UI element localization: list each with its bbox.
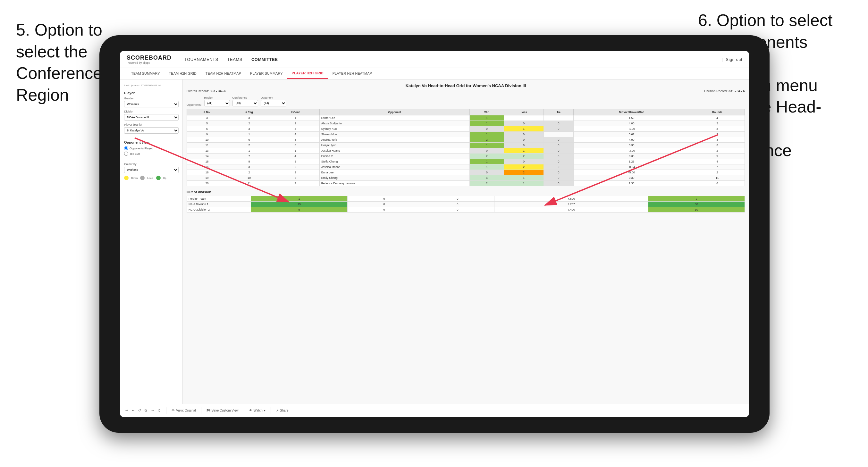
app-header: SCOREBOARD Powered by clippd TOURNAMENTS…: [120, 51, 749, 68]
table-row: 5 2 2 Alexis Sudjianto 1 0 0 4.00 3: [187, 121, 745, 126]
player-rank-field: Player (Rank) 8. Katelyn Vo: [124, 123, 179, 134]
opponents-filter-group: Opponents:: [187, 103, 202, 106]
sub-nav-player-h2h-heatmap[interactable]: PLAYER H2H HEATMAP: [328, 68, 376, 79]
th-rounds: Rounds: [690, 109, 745, 115]
watch-btn[interactable]: 👁 Watch ▾: [249, 409, 266, 412]
sub-nav: TEAM SUMMARY TEAM H2H GRID TEAM H2H HEAT…: [120, 68, 749, 80]
separator-icon: |: [721, 57, 722, 62]
undo-icon[interactable]: ↩: [125, 409, 128, 412]
player-section-title: Player: [124, 91, 179, 95]
gender-label: Gender: [124, 97, 179, 100]
player-rank-label: Player (Rank): [124, 123, 179, 126]
h2h-table: # Div # Reg # Conf Opponent Win Loss Tie…: [187, 109, 745, 186]
opponent-filter-select[interactable]: (All): [261, 100, 286, 106]
tablet-screen: SCOREBOARD Powered by clippd TOURNAMENTS…: [120, 51, 749, 417]
header-right: | Sign out: [721, 57, 742, 62]
toolbar-div-1: [166, 407, 166, 414]
last-updated: Last Updated: 27/03/2024 04:44: [124, 84, 179, 87]
colour-up-label: Up: [163, 177, 166, 180]
watch-icon: 👁: [249, 409, 252, 412]
sub-nav-team-h2h-heatmap[interactable]: TEAM H2H HEATMAP: [201, 68, 246, 79]
main-content: Last Updated: 27/03/2024 04:44 Player Ge…: [120, 80, 749, 404]
th-conf: # Conf: [271, 109, 320, 115]
table-row: 18 2 2 Euna Lee 0 2 0 -5.00 2: [187, 170, 745, 175]
clock-icon[interactable]: ⏱: [158, 409, 161, 412]
colour-by-field: Colour by Win/loss: [124, 162, 179, 173]
overall-record: Overall Record: 353 - 34 - 6: [187, 89, 226, 93]
copy-icon[interactable]: ⧉: [145, 409, 147, 412]
grid-records: Overall Record: 353 - 34 - 6 Division Re…: [187, 89, 745, 93]
colour-up-circle: [156, 176, 161, 180]
sub-nav-team-h2h-grid[interactable]: TEAM H2H GRID: [164, 68, 201, 79]
opponent-view-field: Opponent view Opponents Played Top 100: [124, 141, 179, 156]
sub-nav-team-summary[interactable]: TEAM SUMMARY: [127, 68, 164, 79]
toolbar-div-2: [201, 407, 202, 414]
opponent-view-label: Opponent view: [124, 141, 179, 144]
ood-table-row: Foreign Team 1 0 0 4.500 2: [187, 196, 745, 201]
region-filter-group: Region (All): [204, 96, 230, 106]
colour-level-label: Level: [147, 177, 153, 180]
share-icon: ↗: [276, 409, 279, 412]
nav-tournaments[interactable]: TOURNAMENTS: [184, 57, 218, 62]
save-custom-btn[interactable]: 💾 Save Custom View: [207, 409, 239, 412]
table-row: 13 1 1 Jessica Huang 0 1 0 -3.00 2: [187, 148, 745, 154]
colour-legend: Down Level Up: [124, 176, 179, 180]
table-row: 19 10 6 Emily Chang 4 1 0 0.30 11: [187, 175, 745, 181]
conference-filter-label: Conference: [232, 96, 258, 99]
logo-sub: Powered by clippd: [127, 61, 172, 64]
more-icon[interactable]: ⋯: [151, 409, 154, 412]
toolbar-div-4: [271, 407, 271, 414]
logo-area: SCOREBOARD Powered by clippd: [127, 55, 172, 64]
conference-filter-select[interactable]: (All): [232, 100, 258, 106]
th-loss: Loss: [504, 109, 544, 115]
sign-out-button[interactable]: Sign out: [725, 57, 742, 62]
player-rank-select[interactable]: 8. Katelyn Vo: [124, 127, 179, 134]
table-row: 15 8 5 Stella Cheng 1 0 0 1.25 4: [187, 159, 745, 164]
out-of-division-header: Out of division: [187, 190, 745, 194]
conference-filter-group: Conference (All): [232, 96, 258, 106]
th-opponent: Opponent: [319, 109, 470, 115]
ood-table-row: NCAA Division 2 5 0 0 7.400 10: [187, 207, 745, 213]
divider-1: [124, 137, 179, 137]
th-tie: Tie: [544, 109, 573, 115]
nav-committee[interactable]: COMMITTEE: [251, 57, 278, 62]
nav-teams[interactable]: TEAMS: [227, 57, 242, 62]
colour-by-select[interactable]: Win/loss: [124, 167, 179, 173]
gender-select[interactable]: Women's: [124, 101, 179, 107]
redo-icon[interactable]: ↩: [132, 409, 134, 412]
out-of-division-table: Foreign Team 1 0 0 4.500 2 NAIA Division…: [187, 196, 745, 213]
table-row: 20 11 7 Federica Domecq Lacroze 2 1 0 1.…: [187, 181, 745, 186]
table-row: 6 3 3 Sydney Kuo 0 1 0 -1.00 3: [187, 126, 745, 132]
division-select[interactable]: NCAA Division III: [124, 114, 179, 121]
opponents-played-option[interactable]: Opponents Played: [124, 146, 179, 150]
division-field: Division NCAA Division III: [124, 110, 179, 121]
tablet: SCOREBOARD Powered by clippd TOURNAMENTS…: [99, 35, 770, 433]
colour-down-circle: [124, 176, 129, 180]
opponents-filter-label: Opponents:: [187, 103, 202, 106]
th-reg: # Reg: [227, 109, 271, 115]
top100-option[interactable]: Top 100: [124, 152, 179, 156]
sub-nav-player-h2h-grid[interactable]: PLAYER H2H GRID: [287, 68, 328, 79]
th-diff: Diff Av Strokes/Rnd: [573, 109, 690, 115]
eye-icon: 👁: [172, 409, 175, 412]
grid-title: Katelyn Vo Head-to-Head Grid for Women's…: [187, 83, 745, 88]
grid-area: Katelyn Vo Head-to-Head Grid for Women's…: [183, 80, 749, 404]
view-original-btn[interactable]: 👁 View: Original: [172, 409, 196, 412]
table-row: 14 7 4 Eunice Yi 2 2 0 0.38 9: [187, 154, 745, 159]
division-label: Division: [124, 110, 179, 113]
colour-level-circle: [140, 176, 145, 180]
share-btn[interactable]: ↗ Share: [276, 409, 288, 412]
th-win: Win: [470, 109, 504, 115]
division-record: Division Record: 331 - 34 - 6: [704, 89, 745, 93]
bottom-toolbar: ↩ ↩ ↺ ⧉ ⋯ ⏱ 👁 View: Original 💾 Save Cust…: [120, 404, 749, 417]
th-div: # Div: [187, 109, 227, 115]
table-row: 11 2 5 Heejo Hyun 1 0 0 3.33 3: [187, 143, 745, 148]
refresh-icon[interactable]: ↺: [138, 409, 141, 412]
ood-table-row: NAIA Division 1 15 0 0 9.267 30: [187, 201, 745, 207]
table-row: 16 3 6 Jessica Mason 1 2 0 -0.94 7: [187, 164, 745, 170]
opponent-filter-group: Opponent (All): [261, 96, 286, 106]
region-filter-select[interactable]: (All): [204, 100, 230, 106]
table-row: 9 1 4 Sharon Mun 1 0 3.67 3: [187, 132, 745, 137]
sub-nav-player-summary[interactable]: PLAYER SUMMARY: [246, 68, 287, 79]
gender-field: Gender Women's: [124, 97, 179, 107]
